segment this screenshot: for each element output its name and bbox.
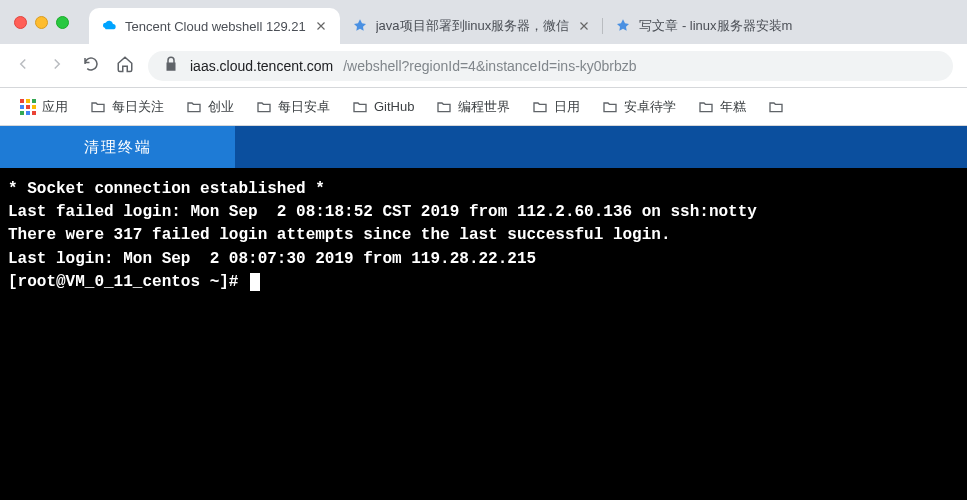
lock-icon bbox=[162, 55, 180, 76]
bookmark-label: 创业 bbox=[208, 98, 234, 116]
address-bar[interactable]: iaas.cloud.tencent.com/webshell?regionId… bbox=[148, 51, 953, 81]
folder-icon bbox=[436, 99, 452, 115]
terminal-line: Last login: Mon Sep 2 08:07:30 2019 from… bbox=[8, 250, 536, 268]
folder-icon bbox=[602, 99, 618, 115]
bookmarks-bar: 应用 每日关注 创业 每日安卓 GitHub 编程世界 日用 安卓待学 年糕 bbox=[0, 88, 967, 126]
folder-icon bbox=[768, 99, 784, 115]
bookmark-folder[interactable]: 每日安卓 bbox=[250, 94, 336, 120]
terminal-cursor bbox=[250, 273, 260, 291]
csdn-icon bbox=[615, 18, 631, 34]
window-controls bbox=[14, 16, 69, 29]
terminal-line: There were 317 failed login attempts sin… bbox=[8, 226, 671, 244]
folder-icon bbox=[352, 99, 368, 115]
webshell-header: 清理终端 bbox=[0, 126, 967, 168]
maximize-window-button[interactable] bbox=[56, 16, 69, 29]
terminal[interactable]: * Socket connection established * Last f… bbox=[0, 168, 967, 500]
reload-button[interactable] bbox=[82, 55, 100, 77]
folder-icon bbox=[90, 99, 106, 115]
folder-icon bbox=[698, 99, 714, 115]
close-tab-icon[interactable] bbox=[577, 19, 591, 33]
clear-terminal-button[interactable]: 清理终端 bbox=[0, 126, 235, 168]
folder-icon bbox=[532, 99, 548, 115]
bookmark-label: 年糕 bbox=[720, 98, 746, 116]
bookmark-label: 每日安卓 bbox=[278, 98, 330, 116]
browser-toolbar: iaas.cloud.tencent.com/webshell?regionId… bbox=[0, 44, 967, 88]
terminal-line: * Socket connection established * bbox=[8, 180, 325, 198]
url-host: iaas.cloud.tencent.com bbox=[190, 58, 333, 74]
apps-grid-icon bbox=[20, 99, 36, 115]
bookmark-label: 安卓待学 bbox=[624, 98, 676, 116]
bookmark-folder[interactable]: GitHub bbox=[346, 95, 420, 119]
bookmark-label: 每日关注 bbox=[112, 98, 164, 116]
page-content: 清理终端 * Socket connection established * L… bbox=[0, 126, 967, 500]
window-tab-strip: Tencent Cloud webshell 129.21 java项目部署到l… bbox=[0, 0, 967, 44]
home-button[interactable] bbox=[116, 55, 134, 77]
bookmark-label: GitHub bbox=[374, 99, 414, 114]
tab-title: java项目部署到linux服务器，微信 bbox=[376, 17, 570, 35]
apps-label: 应用 bbox=[42, 98, 68, 116]
terminal-line: Last failed login: Mon Sep 2 08:18:52 CS… bbox=[8, 203, 757, 221]
folder-icon bbox=[256, 99, 272, 115]
bookmark-folder[interactable]: 创业 bbox=[180, 94, 240, 120]
bookmark-folder[interactable]: 年糕 bbox=[692, 94, 752, 120]
forward-button[interactable] bbox=[48, 55, 66, 77]
terminal-prompt: [root@VM_0_11_centos ~]# bbox=[8, 273, 248, 291]
clear-terminal-label: 清理终端 bbox=[84, 138, 152, 157]
bookmark-folder[interactable]: 每日关注 bbox=[84, 94, 170, 120]
browser-tab[interactable]: 写文章 - linux服务器安装m bbox=[603, 8, 823, 44]
csdn-icon bbox=[352, 18, 368, 34]
tencent-cloud-icon bbox=[101, 18, 117, 34]
bookmark-folder[interactable]: 日用 bbox=[526, 94, 586, 120]
browser-tabs: Tencent Cloud webshell 129.21 java项目部署到l… bbox=[89, 0, 967, 44]
browser-tab-active[interactable]: Tencent Cloud webshell 129.21 bbox=[89, 8, 340, 44]
apps-button[interactable]: 应用 bbox=[14, 94, 74, 120]
url-path: /webshell?regionId=4&instanceId=ins-ky0b… bbox=[343, 58, 636, 74]
bookmark-folder[interactable] bbox=[762, 95, 790, 119]
close-window-button[interactable] bbox=[14, 16, 27, 29]
bookmark-folder[interactable]: 编程世界 bbox=[430, 94, 516, 120]
tab-title: Tencent Cloud webshell 129.21 bbox=[125, 19, 306, 34]
browser-tab[interactable]: java项目部署到linux服务器，微信 bbox=[340, 8, 604, 44]
tab-title: 写文章 - linux服务器安装m bbox=[639, 17, 811, 35]
folder-icon bbox=[186, 99, 202, 115]
bookmark-folder[interactable]: 安卓待学 bbox=[596, 94, 682, 120]
back-button[interactable] bbox=[14, 55, 32, 77]
close-tab-icon[interactable] bbox=[314, 19, 328, 33]
minimize-window-button[interactable] bbox=[35, 16, 48, 29]
bookmark-label: 日用 bbox=[554, 98, 580, 116]
bookmark-label: 编程世界 bbox=[458, 98, 510, 116]
